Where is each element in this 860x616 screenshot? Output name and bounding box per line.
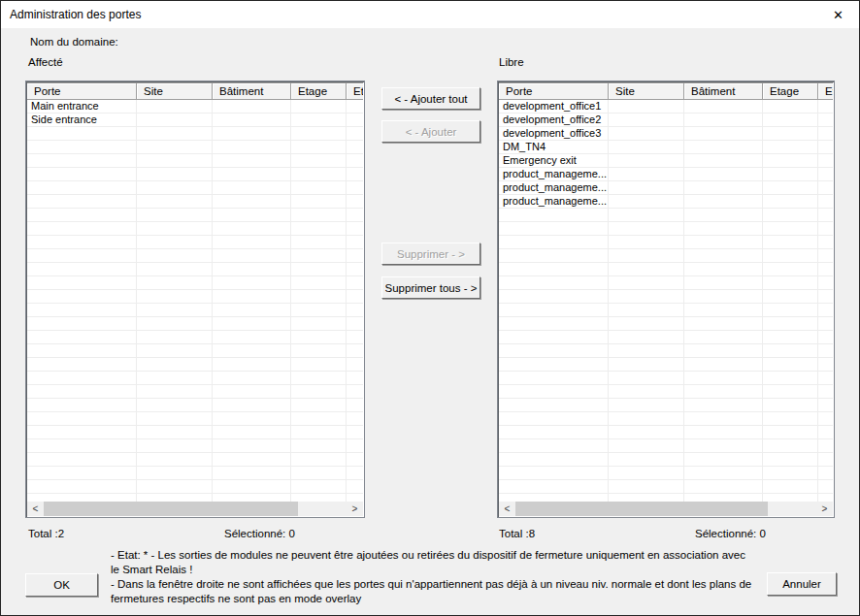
column-header-etat[interactable]: Etat xyxy=(818,82,833,100)
list-cell xyxy=(763,222,818,236)
list-row[interactable]: Emergency exit xyxy=(499,154,833,168)
scrollbar-thumb[interactable] xyxy=(515,502,768,516)
column-header-porte[interactable]: Porte xyxy=(499,82,609,100)
list-cell xyxy=(137,276,213,290)
list-cell xyxy=(291,304,347,317)
list-row[interactable]: product_manageme... xyxy=(499,181,833,195)
list-cell xyxy=(291,290,347,304)
list-cell xyxy=(609,113,684,127)
column-header-etage[interactable]: Etage xyxy=(763,82,818,100)
free-doors-list[interactable]: PorteSiteBâtimentEtageEtat development_o… xyxy=(497,81,835,518)
list-cell xyxy=(291,100,347,113)
cancel-button[interactable]: Annuler xyxy=(767,572,837,596)
list-cell xyxy=(818,358,833,372)
list-row[interactable]: development_office2 xyxy=(499,113,833,127)
column-header-site[interactable]: Site xyxy=(609,82,684,100)
list-row[interactable]: development_office1 xyxy=(499,100,833,113)
list-row-empty xyxy=(499,304,833,317)
list-row-empty xyxy=(499,317,833,331)
list-cell xyxy=(291,494,347,502)
list-cell xyxy=(137,168,213,181)
list-row[interactable]: development_office3 xyxy=(499,127,833,141)
list-cell xyxy=(609,412,684,426)
scroll-left-icon[interactable]: < xyxy=(27,502,44,516)
list-row-empty xyxy=(499,412,833,426)
list-cell xyxy=(763,127,818,141)
list-cell xyxy=(499,290,609,304)
list-cell xyxy=(27,154,137,168)
scroll-right-icon[interactable]: > xyxy=(347,502,363,516)
scrollbar-track[interactable] xyxy=(515,502,816,516)
list-row-empty xyxy=(27,209,363,222)
list-cell xyxy=(609,209,684,222)
list-cell xyxy=(763,154,818,168)
list-cell xyxy=(291,399,347,412)
list-cell xyxy=(609,494,684,502)
scrollbar-thumb[interactable] xyxy=(44,502,298,516)
list-cell xyxy=(763,304,818,317)
add-all-button[interactable]: < - Ajouter tout xyxy=(381,87,480,110)
column-header-site[interactable]: Site xyxy=(137,82,213,100)
list-cell: product_manageme... xyxy=(499,181,609,195)
assigned-list-body[interactable]: Main entranceSide entrance xyxy=(27,100,363,502)
list-cell xyxy=(137,412,213,426)
list-cell xyxy=(684,331,763,344)
titlebar: Administration des portes ✕ xyxy=(1,1,859,28)
free-horizontal-scrollbar[interactable]: < > xyxy=(499,502,833,516)
list-cell xyxy=(609,168,684,181)
list-row-empty xyxy=(499,467,833,480)
list-row[interactable]: Main entrance xyxy=(27,100,363,113)
scroll-left-icon[interactable]: < xyxy=(499,502,515,516)
list-cell xyxy=(763,249,818,263)
list-cell xyxy=(213,195,291,209)
list-cell xyxy=(763,100,818,113)
list-cell xyxy=(609,276,684,290)
add-button[interactable]: < - Ajouter xyxy=(381,120,480,143)
list-cell xyxy=(347,181,363,195)
remove-button[interactable]: Supprimer - > xyxy=(381,243,480,265)
list-cell xyxy=(291,249,347,263)
list-cell xyxy=(213,344,291,358)
scrollbar-track[interactable] xyxy=(44,502,347,516)
close-icon[interactable]: ✕ xyxy=(829,7,847,23)
column-header-etat[interactable]: Etat xyxy=(347,82,363,100)
list-cell xyxy=(609,263,684,276)
list-cell xyxy=(499,263,609,276)
list-cell xyxy=(818,209,833,222)
column-header-porte[interactable]: Porte xyxy=(27,82,137,100)
assigned-doors-list[interactable]: PorteSiteBâtimentEtageEtat Main entrance… xyxy=(25,81,365,518)
list-cell xyxy=(818,263,833,276)
list-cell xyxy=(137,100,213,113)
window-title: Administration des portes xyxy=(10,8,141,21)
column-header-etage[interactable]: Etage xyxy=(291,82,347,100)
list-row-empty xyxy=(27,304,363,317)
list-cell xyxy=(213,100,291,113)
list-cell xyxy=(763,480,818,494)
list-cell xyxy=(818,439,833,453)
scroll-right-icon[interactable]: > xyxy=(816,502,833,516)
list-cell xyxy=(609,385,684,399)
list-cell xyxy=(213,113,291,127)
list-row[interactable]: product_manageme... xyxy=(499,168,833,181)
list-cell xyxy=(763,181,818,195)
column-header-b-timent[interactable]: Bâtiment xyxy=(684,82,763,100)
list-row[interactable]: Side entrance xyxy=(27,113,363,127)
list-cell xyxy=(347,480,363,494)
ok-button[interactable]: OK xyxy=(25,573,98,597)
list-row[interactable]: DM_TN4 xyxy=(499,141,833,154)
list-row-empty xyxy=(27,236,363,249)
free-list-body[interactable]: development_office1development_office2de… xyxy=(499,100,833,502)
list-cell xyxy=(609,181,684,195)
list-cell xyxy=(684,426,763,439)
list-cell xyxy=(27,141,137,154)
list-cell xyxy=(213,181,291,195)
list-cell xyxy=(499,412,609,426)
domain-name-label: Nom du domaine: xyxy=(30,36,118,48)
list-row-empty xyxy=(27,480,363,494)
remove-all-button[interactable]: Supprimer tous - > xyxy=(381,276,480,299)
assigned-horizontal-scrollbar[interactable]: < > xyxy=(27,502,363,516)
list-cell xyxy=(684,141,763,154)
list-cell xyxy=(499,209,609,222)
list-row[interactable]: product_manageme... xyxy=(499,195,833,209)
column-header-b-timent[interactable]: Bâtiment xyxy=(213,82,291,100)
